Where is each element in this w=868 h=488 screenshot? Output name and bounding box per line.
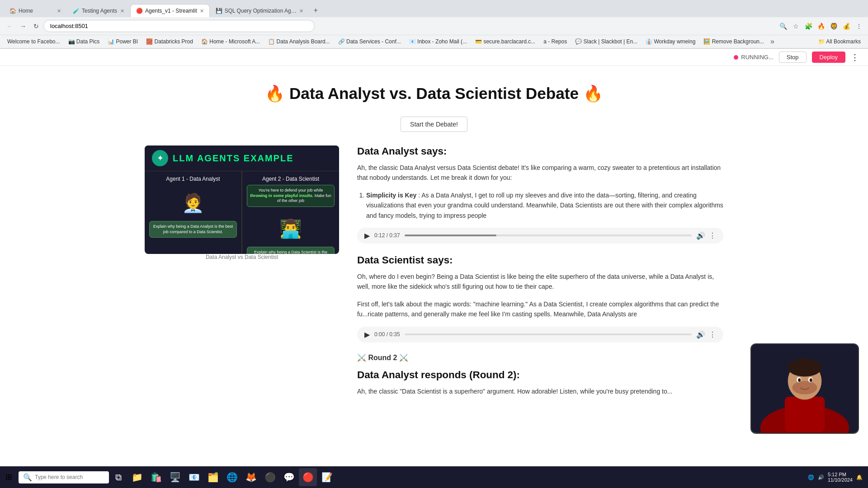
bookmark-databricks[interactable]: 🧱 Databricks Prod: [142, 38, 197, 46]
chatgpt-icon: ✦: [152, 150, 168, 166]
webcam-overlay: [750, 343, 859, 422]
analyst-audio-progress: [405, 235, 496, 236]
svg-point-10: [810, 378, 812, 382]
tab-close-home[interactable]: ✕: [57, 8, 61, 14]
nav-bar: ← → ↻ 🔍 ☆ 🧩 🔥 🦁 💰 ⋮: [0, 17, 868, 35]
bookmark-slack[interactable]: 💬 Slack | Slackbot | En...: [571, 38, 641, 46]
scientist-audio-player[interactable]: ▶ 0:00 / 0:35 🔊 ⋮: [357, 327, 723, 343]
analyst-play-button[interactable]: ▶: [364, 231, 370, 240]
tab-bar: 🏠 Home ✕ 🧪 Testing Agents ✕ 🔴 Agents_v1 …: [0, 0, 868, 17]
brave-icon[interactable]: 🦁: [828, 21, 839, 32]
analyst-audio-controls: 🔊 ⋮: [696, 231, 716, 240]
back-button[interactable]: ←: [4, 21, 15, 32]
tab-title-home: Home: [19, 8, 54, 14]
scientist-volume-icon[interactable]: 🔊: [696, 330, 705, 339]
agent2-label: Agent 2 - Data Scientist: [262, 176, 319, 182]
scientist-more-icon[interactable]: ⋮: [709, 330, 716, 339]
bookmark-datapics[interactable]: 📷 Data Pics: [65, 38, 104, 46]
analyst-point-1-label: Simplicity is Key: [366, 192, 416, 199]
webcam-face: [751, 344, 858, 422]
reload-button[interactable]: ↻: [31, 21, 42, 32]
analyst-volume-icon[interactable]: 🔊: [696, 231, 705, 240]
tab-testing[interactable]: 🧪 Testing Agents ✕: [67, 4, 130, 17]
bookmark-repos[interactable]: a - Repos: [540, 38, 571, 46]
round2-text: Ah, the classic "Data Scientist is a sup…: [357, 386, 723, 396]
bookmark-powerbi[interactable]: 📊 Power BI: [104, 38, 142, 46]
tab-close-sql[interactable]: ✕: [299, 8, 303, 14]
agent2-figure: 👨‍💻: [277, 211, 304, 247]
svg-point-9: [798, 378, 801, 382]
analyst-point-1: Simplicity is Key : As a Data Analyst, I…: [366, 190, 723, 221]
bookmark-barclays[interactable]: 💳 secure.barclacard.c...: [472, 38, 539, 46]
bookmark-more-button[interactable]: »: [769, 37, 776, 47]
flame-ext-icon[interactable]: 🔥: [816, 21, 826, 32]
round2-heading: Data Analyst responds (Round 2):: [357, 369, 723, 381]
star-icon[interactable]: ☆: [790, 21, 801, 32]
tab-favicon-streamlit: 🔴: [136, 8, 142, 14]
tab-sql[interactable]: 💾 SQL Query Optimization Agen... ✕: [210, 4, 309, 17]
tab-favicon-home: 🏠: [9, 8, 16, 14]
tab-close-streamlit[interactable]: ✕: [200, 8, 204, 14]
tab-home[interactable]: 🏠 Home ✕: [4, 4, 67, 17]
left-column: ✦ LLM AGENTS EXAMPLE Agent 1 - Data Anal…: [145, 145, 339, 404]
forward-button[interactable]: →: [17, 21, 29, 32]
image-caption: Data Analyst vs Data Scientist: [145, 254, 339, 260]
scientist-audio-controls: 🔊 ⋮: [696, 330, 716, 339]
scientist-para2-cont: ricate patterns, and generally make me f…: [368, 310, 637, 318]
search-icon[interactable]: 🔍: [778, 21, 788, 32]
analyst-points-list: Simplicity is Key : As a Data Analyst, I…: [357, 190, 723, 221]
tab-favicon-sql: 💾: [216, 8, 222, 14]
new-tab-button[interactable]: +: [309, 4, 322, 17]
center-speech-bubble: You're here to defend your job while thr…: [247, 185, 335, 207]
running-label: RUNNING...: [741, 54, 774, 61]
tab-streamlit[interactable]: 🔴 Agents_v1 - Streamlit ✕: [130, 4, 210, 17]
analyst-audio-track[interactable]: [405, 235, 692, 236]
bookmark-data-analysis[interactable]: 📋 Data Analysis Board...: [264, 38, 333, 46]
agents-header: ✦ LLM AGENTS EXAMPLE: [145, 145, 339, 171]
scientist-play-button[interactable]: ▶: [364, 330, 370, 339]
bookmark-bar: Welcome to Facebo... 📷 Data Pics 📊 Power…: [0, 35, 868, 48]
start-debate-button[interactable]: Start the Debate!: [401, 117, 467, 132]
agent1-figure: 🧑‍💼: [179, 185, 207, 221]
bookmark-home-microsoft[interactable]: 🏠 Home - Microsoft A...: [198, 38, 264, 46]
svg-point-5: [788, 359, 822, 376]
agent1-speech-bubble: Explain why being a Data Analyst is the …: [149, 221, 237, 238]
scientist-audio-time: 0:00 / 0:35: [374, 331, 400, 338]
analyst-audio-player[interactable]: ▶ 0:12 / 0:37 🔊 ⋮: [357, 228, 723, 244]
bookmark-workday[interactable]: 👔 Workday wmeing: [642, 38, 699, 46]
menu-icon[interactable]: ⋮: [851, 52, 859, 62]
more-icon[interactable]: ⋮: [854, 21, 864, 32]
bookmark-zoho[interactable]: 📧 Inbox - Zoho Mail (...: [406, 38, 471, 46]
svg-point-6: [792, 381, 817, 394]
scientist-para2: First off, let's talk about the magic wo…: [357, 299, 723, 319]
tab-title-streamlit: Agents_v1 - Streamlit: [145, 8, 197, 14]
running-dot: [734, 55, 738, 60]
browser-chrome: 🏠 Home ✕ 🧪 Testing Agents ✕ 🔴 Agents_v1 …: [0, 0, 868, 49]
bookmark-facebook[interactable]: Welcome to Facebo...: [4, 38, 64, 46]
tab-title-sql: SQL Query Optimization Agen...: [225, 8, 297, 14]
main-content: 🔥 Data Analyst vs. Data Scientist Debate…: [118, 66, 750, 422]
running-status: RUNNING...: [734, 54, 774, 61]
tab-close-testing[interactable]: ✕: [120, 8, 124, 14]
deploy-button[interactable]: Deploy: [812, 52, 845, 63]
nav-icons: 🔍 ☆ 🧩 🔥 🦁 💰 ⋮: [778, 21, 864, 32]
bookmark-all-button[interactable]: 📁 All Bookmarks: [815, 38, 864, 46]
two-col-layout: ✦ LLM AGENTS EXAMPLE Agent 1 - Data Anal…: [145, 145, 723, 404]
agent2-speech-bubble: Explain why being a Data Scientist is th…: [247, 247, 335, 254]
analyst-point-1-text: : As a Data Analyst, I get to roll up my…: [366, 192, 723, 219]
round2-badge-text: ⚔️ Round 2 ⚔️: [357, 353, 408, 362]
bookmark-data-services[interactable]: 🔗 Data Services - Conf...: [335, 38, 405, 46]
analyst-audio-time: 0:12 / 0:37: [374, 232, 400, 239]
wallet-icon[interactable]: 💰: [841, 21, 852, 32]
extension-icon[interactable]: 🧩: [803, 21, 814, 32]
url-bar[interactable]: [43, 20, 315, 32]
scientist-audio-track[interactable]: [405, 333, 692, 335]
scientist-heading: Data Scientist says:: [357, 254, 723, 266]
stop-button[interactable]: Stop: [779, 52, 807, 63]
bookmark-removebg[interactable]: 🖼️ Remove Backgroun...: [700, 38, 768, 46]
agents-image: ✦ LLM AGENTS EXAMPLE Agent 1 - Data Anal…: [145, 145, 339, 254]
analyst-heading: Data Analyst says:: [357, 145, 723, 157]
tab-title-testing: Testing Agents: [82, 8, 118, 14]
analyst-more-icon[interactable]: ⋮: [709, 231, 716, 240]
analyst-intro: Ah, the classic Data Analyst versus Data…: [357, 163, 723, 183]
